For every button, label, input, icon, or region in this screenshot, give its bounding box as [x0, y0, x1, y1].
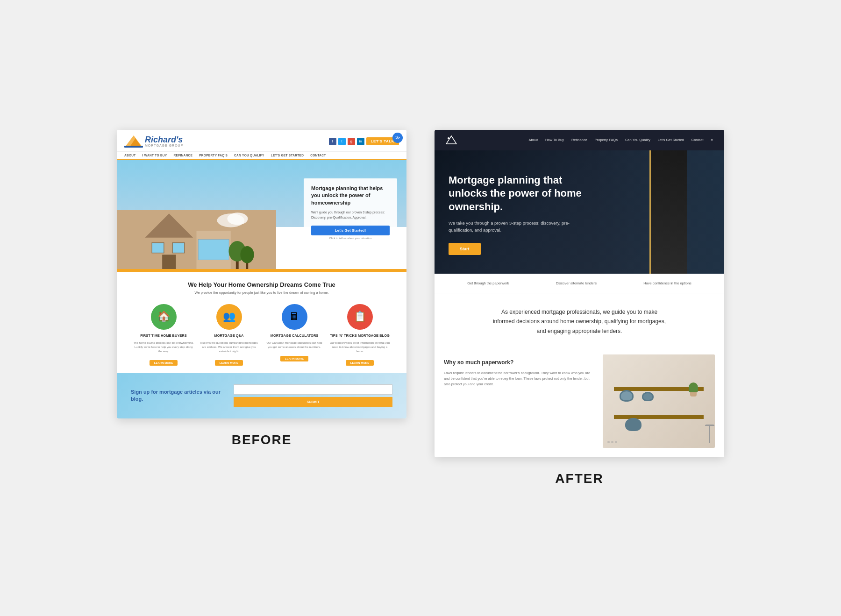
before-screenshot: ≫ Richard's MORTGAGE GROUP f [117, 130, 406, 418]
hamburger-menu-icon[interactable]: ≡ [711, 138, 713, 142]
feature-calculators: 🖩 MORTGAGE CALCULATORS Our Canadian mort… [264, 304, 325, 366]
hero-bottom-bar [117, 269, 406, 272]
newsletter-submit-button[interactable]: SUBMIT [234, 397, 392, 407]
svg-point-17 [448, 137, 449, 139]
nav-contact[interactable]: CONTACT [310, 154, 326, 157]
twitter-icon[interactable]: t [338, 138, 346, 145]
mortgage-qa-icon: 👥 [216, 304, 242, 330]
house-illustration [117, 210, 276, 272]
notification-icon: ≫ [392, 133, 403, 143]
after-logo-mountain-icon [446, 135, 457, 145]
facebook-icon[interactable]: f [329, 138, 336, 145]
after-start-button[interactable]: Start [449, 243, 481, 255]
blog-label: TIPS 'N' TRICKS MORTGAGE BLOG [329, 333, 390, 338]
dot-3 [615, 441, 617, 443]
calculators-label: MORTGAGE CALCULATORS [264, 333, 325, 338]
after-nav-refinance[interactable]: Refinance [571, 138, 587, 142]
before-header-right: f t g in LET'S TALK [329, 137, 399, 145]
after-nav-how-to-buy[interactable]: How To Buy [545, 138, 564, 142]
after-kitchen-image [603, 354, 715, 448]
dot-1 [607, 441, 610, 443]
after-screenshot: About How To Buy Refinance Property FAQs… [435, 130, 724, 457]
feature-paperwork: Get through the paperwork [467, 281, 509, 285]
nav-get-started[interactable]: LET'S GET STARTED [271, 154, 304, 157]
kitchen-answer: Laws require lenders to document the bor… [444, 370, 593, 387]
before-features: We Help Your Home Ownership Dreams Come … [117, 272, 406, 373]
logo-mountain-icon [124, 135, 143, 149]
calculators-learn-more[interactable]: LEARN MORE [280, 356, 308, 361]
before-logo: Richard's MORTGAGE GROUP [124, 135, 183, 149]
after-nav-get-started[interactable]: Let's Get Started [658, 138, 684, 142]
after-label: AFTER [555, 471, 603, 486]
after-logo [446, 135, 457, 145]
after-hero: Mortgage planning that unlocks the power… [435, 150, 724, 274]
mortgage-qa-learn-more[interactable]: LEARN MORE [215, 360, 243, 366]
features-grid: 🏠 FIRST TIME HOME BUYERS The home buying… [124, 304, 399, 366]
linkedin-icon[interactable]: in [357, 138, 364, 145]
plant-body [689, 382, 698, 392]
before-label: BEFORE [232, 432, 292, 447]
logo-subtitle: MORTGAGE GROUP [145, 144, 183, 147]
comparison-container: ≫ Richard's MORTGAGE GROUP f [19, 130, 822, 486]
before-hero-card: Mortgage planning that helps you unlock … [304, 178, 397, 246]
after-kitchen-text: Why so much paperwork? Laws require lend… [444, 354, 593, 387]
before-nav: ABOUT I WANT TO BUY REFINANCE PROPERTY F… [117, 152, 406, 160]
dots-decoration [607, 441, 617, 443]
after-description: As experienced mortgage professionals, w… [435, 293, 724, 350]
feature-mortgage-qa: 👥 MORTGAGE Q&A It seems the questions su… [199, 304, 259, 366]
feature-first-time: 🏠 FIRST TIME HOME BUYERS The home buying… [133, 304, 194, 366]
newsletter-text: Sign up for mortgage articles via our bl… [131, 389, 224, 403]
svg-point-15 [240, 246, 254, 263]
nav-property-faq[interactable]: PROPERTY FAQ'S [199, 154, 228, 157]
features-title: We Help Your Home Ownership Dreams Come … [124, 281, 399, 288]
logo-text: Richard's MORTGAGE GROUP [145, 135, 183, 147]
svg-point-11 [228, 212, 248, 225]
nav-want-to-buy[interactable]: I WANT TO BUY [143, 154, 167, 157]
first-time-label: FIRST TIME HOME BUYERS [133, 333, 194, 338]
after-hero-subtitle: We take you through a proven 3-step proc… [449, 219, 592, 234]
dot-2 [611, 441, 613, 443]
after-panel: About How To Buy Refinance Property FAQs… [435, 130, 724, 486]
plant-pot [690, 392, 697, 397]
after-nav-contact[interactable]: Contact [691, 138, 704, 142]
feature-lenders: Discover alternate lenders [556, 281, 597, 285]
kitchen-shelf-bottom [614, 415, 704, 419]
after-nav: About How To Buy Refinance Property FAQs… [435, 130, 724, 150]
nav-about[interactable]: ABOUT [124, 154, 136, 157]
feature-confidence: Have confidence in the options [643, 281, 691, 285]
after-nav-links: About How To Buy Refinance Property FAQs… [528, 138, 713, 142]
after-desc-text: As experienced mortgage professionals, w… [491, 307, 668, 336]
calculators-desc: Our Canadian mortgage calculators can he… [264, 341, 325, 349]
door-element [649, 150, 687, 274]
after-nav-qualify[interactable]: Can You Qualify [625, 138, 650, 142]
hero-cta-button[interactable]: Let's Get Started! [311, 226, 390, 235]
kitchen-pot-1 [620, 390, 634, 402]
sink-faucet-icon [709, 425, 710, 443]
nav-refinance[interactable]: REFINANCE [174, 154, 193, 157]
newsletter-input[interactable] [234, 384, 392, 395]
kitchen-plant [689, 382, 698, 397]
first-time-icon: 🏠 [151, 304, 177, 330]
googleplus-icon[interactable]: g [348, 138, 355, 145]
first-time-desc: The home buying process can be overwhelm… [133, 341, 194, 354]
logo-name: Richard's [145, 135, 183, 144]
after-hero-content: Mortgage planning that unlocks the power… [449, 174, 592, 255]
blog-learn-more[interactable]: LEARN MORE [346, 360, 374, 366]
hero-cta-subtext: Click to tell us about your situation [311, 237, 390, 240]
kitchen-pot-2 [642, 392, 654, 401]
after-nav-about[interactable]: About [528, 138, 538, 142]
before-hero: Mortgage planning that helps you unlock … [117, 160, 406, 272]
svg-rect-2 [124, 146, 143, 148]
feature-blog: 📋 TIPS 'N' TRICKS MORTGAGE BLOG Our blog… [329, 304, 390, 366]
nav-qualify[interactable]: CAN YOU QUALIFY [234, 154, 264, 157]
hero-subtitle: We'll guide you through our proven 3 ste… [311, 210, 390, 220]
kitchen-pot-3 [625, 418, 641, 431]
blog-icon: 📋 [347, 304, 373, 330]
mortgage-qa-desc: It seems the questions surrounding mortg… [199, 341, 259, 354]
first-time-learn-more[interactable]: LEARN MORE [150, 360, 178, 366]
svg-rect-5 [152, 242, 164, 253]
svg-marker-16 [446, 136, 456, 144]
kitchen-question: Why so much paperwork? [444, 359, 593, 366]
after-nav-property-faqs[interactable]: Property FAQs [595, 138, 618, 142]
after-features-bar: Get through the paperwork Discover alter… [435, 274, 724, 293]
